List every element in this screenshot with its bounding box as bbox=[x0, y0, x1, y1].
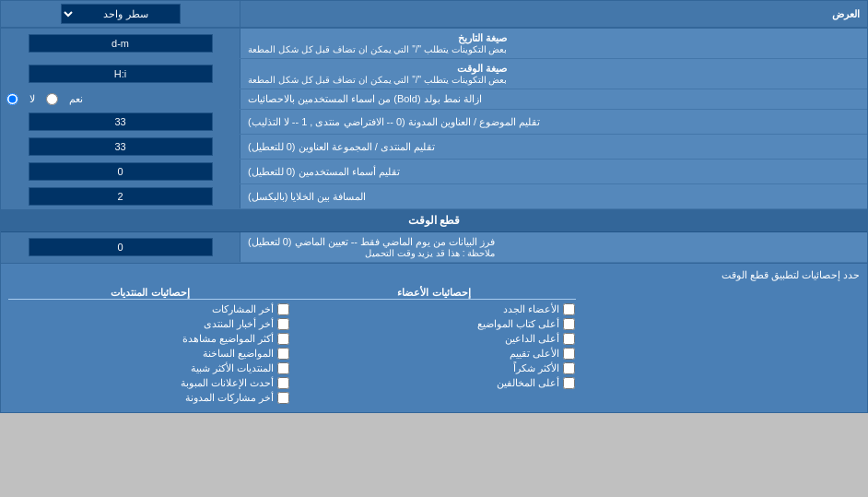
time-format-label: صيغة الوقت بعض التكوينات يتطلب "/" التي … bbox=[240, 59, 867, 89]
stats-col1-header: إحصائيات المنتديات bbox=[8, 287, 292, 300]
topic-order-input[interactable] bbox=[29, 112, 213, 131]
label-top-writers: أعلى كتاب المواضيع bbox=[477, 318, 559, 330]
stats-item-top-writers: أعلى كتاب المواضيع bbox=[293, 318, 574, 330]
time-format-row: صيغة الوقت بعض التكوينات يتطلب "/" التي … bbox=[1, 59, 867, 89]
stats-col1: أخر المشاركات أخر أخبار المنتدى أكثر الم… bbox=[8, 303, 289, 407]
cutoff-input[interactable] bbox=[29, 238, 213, 256]
label-top-rated: الأعلى تقييم bbox=[510, 348, 559, 360]
label-new-members: الأعضاء الجدد bbox=[503, 303, 559, 315]
cutoff-row: فرز البيانات من يوم الماضي فقط -- تعيين … bbox=[1, 232, 867, 263]
checkbox-most-similar[interactable] bbox=[277, 362, 289, 374]
cutoff-section-header: قطع الوقت bbox=[1, 209, 867, 232]
label-latest-classified: أحدث الإعلانات المبوبة bbox=[181, 377, 274, 389]
checkbox-top-violations[interactable] bbox=[563, 377, 575, 389]
checkbox-top-rated[interactable] bbox=[563, 348, 575, 360]
cutoff-label: فرز البيانات من يوم الماضي فقط -- تعيين … bbox=[240, 232, 867, 262]
user-trim-input[interactable] bbox=[29, 162, 213, 181]
label-most-similar: المنتديات الأكثر شبية bbox=[191, 362, 274, 374]
checkbox-top-callers[interactable] bbox=[563, 333, 575, 345]
stats-item-last-news: أخر أخبار المنتدى bbox=[8, 318, 289, 330]
cell-spacing-input[interactable] bbox=[29, 187, 213, 206]
bold-remove-label: ازالة نمط بولد (Bold) من اسماء المستخدمي… bbox=[240, 89, 867, 109]
stats-item-top-rated: الأعلى تقييم bbox=[293, 348, 574, 360]
checkbox-last-blog[interactable] bbox=[277, 392, 289, 404]
label-last-blog: أخر مشاركات المدونة bbox=[185, 392, 274, 404]
label-last-posts: أخر المشاركات bbox=[212, 303, 274, 315]
stats-item-new-members: الأعضاء الجدد bbox=[293, 303, 574, 315]
stats-col2-header: إحصائيات الأعضاء bbox=[292, 287, 576, 300]
checkbox-hot-topics[interactable] bbox=[277, 348, 289, 360]
cutoff-control bbox=[1, 232, 240, 262]
radio-no-label: لا bbox=[29, 93, 35, 105]
forum-order-row: تقليم المنتدى / المجموعة العناوين (0 للت… bbox=[1, 135, 867, 160]
forum-order-input[interactable] bbox=[29, 137, 213, 156]
stats-item-hot-topics: المواضيع الساخنة bbox=[8, 348, 289, 360]
stats-item-top-callers: أعلى الداعين bbox=[293, 333, 574, 345]
forum-order-control bbox=[1, 135, 240, 159]
checkbox-last-news[interactable] bbox=[277, 318, 289, 330]
label-last-news: أخر أخبار المنتدى bbox=[204, 318, 274, 330]
stats-item-most-similar: المنتديات الأكثر شبية bbox=[8, 362, 289, 374]
date-format-label: صيغة التاريخ بعض التكوينات يتطلب "/" الت… bbox=[240, 29, 867, 58]
radio-yes[interactable] bbox=[46, 93, 58, 105]
time-format-input[interactable] bbox=[29, 65, 213, 83]
date-format-input[interactable] bbox=[29, 34, 213, 53]
topic-order-control bbox=[1, 110, 240, 134]
time-format-control bbox=[1, 59, 240, 89]
date-format-row: صيغة التاريخ بعض التكوينات يتطلب "/" الت… bbox=[1, 29, 867, 59]
radio-yes-label: نعم bbox=[69, 93, 83, 105]
checkbox-most-viewed[interactable] bbox=[277, 333, 289, 345]
stats-section: حدد إحصائيات لتطبيق قطع الوقت إحصائيات ا… bbox=[1, 263, 867, 412]
date-format-control bbox=[1, 29, 240, 58]
cell-spacing-control bbox=[1, 184, 240, 208]
user-trim-control bbox=[1, 160, 240, 183]
stats-item-last-blog: أخر مشاركات المدونة bbox=[8, 392, 289, 404]
stats-col2: الأعضاء الجدد أعلى كتاب المواضيع أعلى ال… bbox=[293, 303, 574, 407]
label-hot-topics: المواضيع الساخنة bbox=[203, 348, 274, 360]
display-select[interactable]: سطر واحد سطران ثلاثة أسطر bbox=[61, 4, 181, 24]
radio-no[interactable] bbox=[6, 93, 18, 105]
cell-spacing-label: المسافة بين الخلايا (بالبكسل) bbox=[240, 184, 867, 208]
checkbox-new-members[interactable] bbox=[563, 303, 575, 315]
checkbox-last-posts[interactable] bbox=[277, 303, 289, 315]
stats-item-top-violations: أعلى المخالفين bbox=[293, 377, 574, 389]
bold-remove-row: ازالة نمط بولد (Bold) من اسماء المستخدمي… bbox=[1, 89, 867, 110]
label-top-violations: أعلى المخالفين bbox=[497, 377, 559, 389]
user-trim-label: تقليم أسماء المستخدمين (0 للتعطيل) bbox=[240, 160, 867, 183]
topic-order-label: تقليم الموضوع / العناوين المدونة (0 -- ا… bbox=[240, 110, 867, 134]
stats-item-latest-classified: أحدث الإعلانات المبوبة bbox=[8, 377, 289, 389]
stats-item-most-thanks: الأكثر شكراً bbox=[293, 362, 574, 374]
stats-apply-label: حدد إحصائيات لتطبيق قطع الوقت bbox=[8, 269, 860, 281]
stats-item-most-viewed: أكثر المواضيع مشاهدة bbox=[8, 333, 289, 345]
forum-order-label: تقليم المنتدى / المجموعة العناوين (0 للت… bbox=[240, 135, 867, 159]
stats-item-last-posts: أخر المشاركات bbox=[8, 303, 289, 315]
checkbox-top-writers[interactable] bbox=[563, 318, 575, 330]
cell-spacing-row: المسافة بين الخلايا (بالبكسل) bbox=[1, 184, 867, 209]
main-container: العرض سطر واحد سطران ثلاثة أسطر صيغة الت… bbox=[0, 0, 868, 413]
label-top-callers: أعلى الداعين bbox=[505, 333, 559, 345]
header-label: العرض bbox=[240, 5, 867, 24]
checkbox-most-thanks[interactable] bbox=[563, 362, 575, 374]
checkbox-latest-classified[interactable] bbox=[277, 377, 289, 389]
user-trim-row: تقليم أسماء المستخدمين (0 للتعطيل) bbox=[1, 160, 867, 184]
header-control: سطر واحد سطران ثلاثة أسطر bbox=[1, 1, 240, 27]
label-most-viewed: أكثر المواضيع مشاهدة bbox=[182, 333, 274, 345]
header-row: العرض سطر واحد سطران ثلاثة أسطر bbox=[1, 1, 867, 29]
bold-remove-control: نعم لا bbox=[1, 89, 240, 109]
label-most-thanks: الأكثر شكراً bbox=[513, 362, 559, 374]
topic-order-row: تقليم الموضوع / العناوين المدونة (0 -- ا… bbox=[1, 110, 867, 135]
